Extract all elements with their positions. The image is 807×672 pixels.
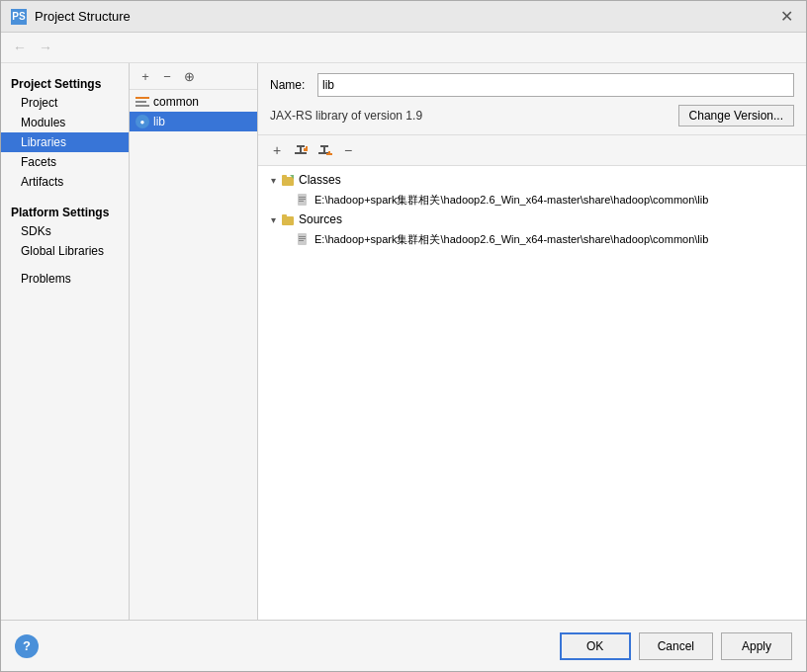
sidebar-item-libraries[interactable]: Libraries [1, 132, 129, 152]
ok-button[interactable]: OK [560, 632, 631, 660]
sources-folder-icon [280, 211, 296, 227]
nav-bar: ← → [1, 33, 806, 63]
svg-rect-17 [282, 216, 294, 225]
copy-library-button[interactable]: ⊕ [179, 66, 199, 86]
tree-toolbar: + [258, 135, 806, 166]
cancel-button[interactable]: Cancel [639, 632, 713, 660]
library-bars-icon [135, 95, 149, 109]
svg-rect-20 [299, 236, 306, 237]
help-button[interactable]: ? [15, 634, 39, 658]
sources-node[interactable]: ▾ Sources [258, 210, 806, 229]
sources-chevron[interactable]: ▾ [266, 212, 280, 226]
sidebar-item-artifacts[interactable]: Artifacts [1, 172, 129, 192]
sidebar: Project Settings Project Modules Librari… [1, 63, 130, 620]
dialog-body: Project Settings Project Modules Librari… [1, 63, 806, 620]
library-info-section: Name: JAX-RS library of version 1.9 Chan… [258, 63, 806, 135]
library-item-lib[interactable]: ● lib [130, 112, 257, 131]
svg-rect-4 [306, 146, 308, 151]
classes-path-label: E:\hadoop+spark集群相关\hadoop2.6_Win_x64-ma… [314, 193, 708, 208]
remove-path-button[interactable]: − [337, 139, 359, 161]
sidebar-item-project[interactable]: Project [1, 93, 129, 113]
svg-rect-14 [299, 197, 306, 198]
forward-button[interactable]: → [35, 37, 56, 58]
sources-path-file-icon [296, 231, 312, 247]
classes-label: Classes [299, 173, 341, 187]
library-list-panel: + − ⊕ common ● lib [130, 63, 258, 620]
add-root-button[interactable] [290, 139, 312, 161]
library-list-toolbar: + − ⊕ [130, 63, 257, 90]
sidebar-item-sdks[interactable]: SDKs [1, 221, 129, 241]
svg-rect-9 [326, 153, 332, 155]
svg-rect-18 [282, 214, 287, 217]
library-tree: ▾ Classes ▾ [258, 166, 806, 620]
add-library-button[interactable]: + [135, 66, 155, 86]
sidebar-item-modules[interactable]: Modules [1, 113, 129, 132]
svg-rect-21 [299, 238, 306, 239]
sources-path-item[interactable]: ▾ E:\hadoop+spark集群相关\hadoop2.6_Win_x64-… [258, 229, 806, 249]
project-settings-label: Project Settings [1, 71, 129, 93]
add-path-button[interactable]: + [266, 139, 288, 161]
svg-rect-15 [299, 199, 306, 200]
svg-rect-11 [282, 175, 287, 178]
name-label: Name: [270, 78, 310, 92]
sidebar-item-global-libraries[interactable]: Global Libraries [1, 241, 129, 261]
library-item-common[interactable]: common [130, 92, 257, 112]
svg-rect-2 [297, 145, 305, 147]
apply-button[interactable]: Apply [721, 632, 792, 660]
bottom-bar: ? OK Cancel Apply [1, 620, 806, 671]
project-structure-dialog: PS Project Structure ✕ ← → Project Setti… [0, 0, 807, 672]
classes-node[interactable]: ▾ Classes [258, 170, 806, 190]
sources-label: Sources [299, 212, 342, 226]
library-blue-icon: ● [135, 115, 149, 128]
version-row: JAX-RS library of version 1.9 Change Ver… [270, 105, 794, 126]
version-text: JAX-RS library of version 1.9 [270, 109, 422, 123]
change-version-button[interactable]: Change Version... [678, 105, 794, 126]
classes-chevron[interactable]: ▾ [266, 173, 280, 187]
back-button[interactable]: ← [9, 37, 31, 58]
sidebar-item-facets[interactable]: Facets [1, 152, 129, 172]
close-button[interactable]: ✕ [776, 7, 796, 27]
add-jar-button[interactable] [314, 139, 335, 161]
library-list: common ● lib [130, 90, 257, 620]
platform-settings-label: Platform Settings [1, 200, 129, 221]
svg-rect-0 [295, 152, 307, 154]
title-bar-left: PS Project Structure [11, 9, 131, 25]
sidebar-item-problems[interactable]: Problems [1, 269, 129, 289]
sources-path-label: E:\hadoop+spark集群相关\hadoop2.6_Win_x64-ma… [314, 232, 708, 247]
svg-rect-16 [299, 201, 304, 202]
name-input[interactable] [317, 73, 794, 97]
remove-library-button[interactable]: − [157, 66, 177, 86]
add-root-icon [293, 142, 309, 158]
library-detail-panel: Name: JAX-RS library of version 1.9 Chan… [258, 63, 806, 620]
name-row: Name: [270, 73, 794, 97]
action-buttons: OK Cancel Apply [560, 632, 792, 660]
path-file-icon [296, 192, 312, 208]
svg-rect-7 [320, 145, 328, 147]
classes-folder-icon [280, 172, 296, 188]
dialog-title: Project Structure [35, 9, 131, 24]
classes-path-item[interactable]: ▾ E:\hadoop+spark集群相关\hadoop2.6_Win_x64-… [258, 190, 806, 210]
app-icon: PS [11, 9, 27, 25]
svg-rect-3 [304, 148, 306, 151]
svg-rect-22 [299, 240, 304, 241]
add-jar-icon [316, 142, 332, 158]
svg-rect-10 [282, 177, 294, 186]
title-bar: PS Project Structure ✕ [1, 1, 806, 33]
